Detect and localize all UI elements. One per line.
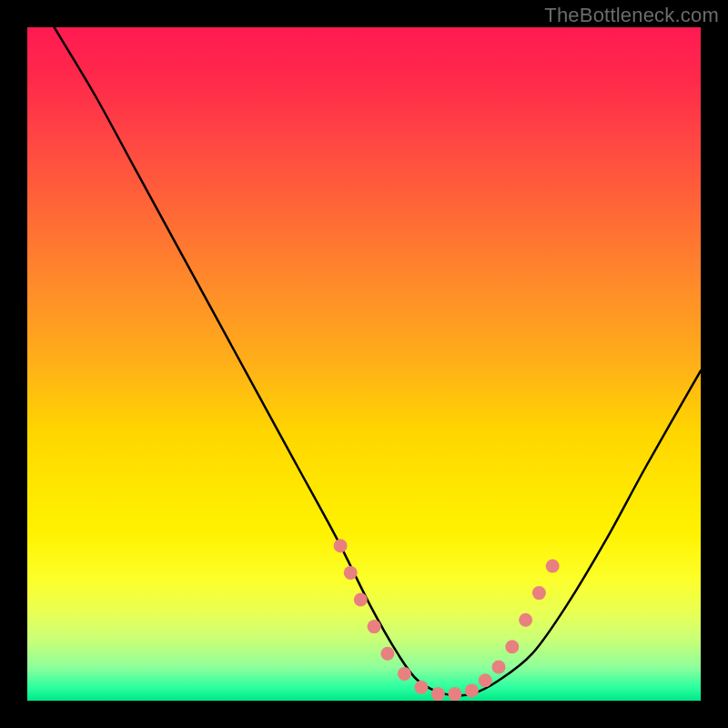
watermark-text: TheBottleneck.com bbox=[544, 4, 719, 27]
highlight-dot bbox=[492, 661, 506, 674]
highlight-dot bbox=[368, 620, 381, 633]
highlight-dot bbox=[465, 683, 479, 697]
chart-frame: TheBottleneck.com bbox=[0, 0, 728, 728]
highlight-dot bbox=[546, 560, 560, 573]
bottleneck-curve bbox=[55, 27, 701, 695]
highlight-dot bbox=[505, 640, 519, 653]
highlight-dot bbox=[398, 667, 411, 681]
highlight-dot bbox=[519, 613, 532, 627]
highlight-dot bbox=[354, 593, 368, 607]
highlight-dot bbox=[380, 647, 394, 661]
highlight-dot bbox=[448, 687, 461, 701]
highlight-dot bbox=[431, 687, 445, 701]
curve-layer bbox=[27, 27, 701, 701]
highlight-dot bbox=[414, 681, 428, 694]
highlight-dots bbox=[334, 539, 560, 701]
highlight-dot bbox=[344, 566, 358, 580]
highlight-dot bbox=[532, 586, 546, 600]
highlight-dot bbox=[334, 539, 348, 552]
plot-area bbox=[27, 27, 701, 701]
highlight-dot bbox=[479, 673, 492, 687]
